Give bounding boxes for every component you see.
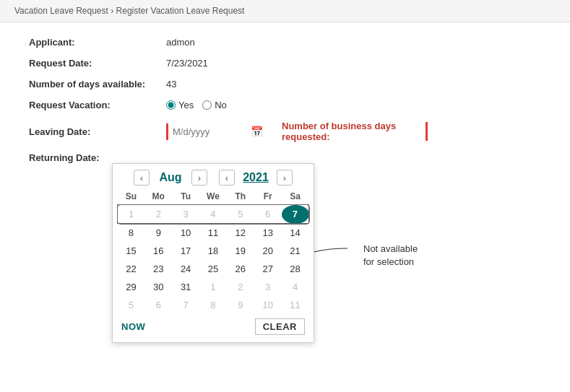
calendar-day: 4 (199, 205, 227, 224)
calendar-week-row: 2930311234 (118, 278, 309, 296)
cal-day-header-fr: Fr (254, 188, 282, 205)
calendar-day: 2 (227, 278, 254, 296)
calendar-day: 6 (254, 205, 282, 224)
calendar-footer: NOW CLEAR (113, 314, 314, 336)
calendar-day[interactable]: 31 (172, 278, 199, 296)
breadcrumb-part2: Register Vacation Leave Request (116, 6, 245, 16)
calendar-day: 5 (118, 296, 145, 314)
now-button[interactable]: NOW (121, 321, 145, 332)
calendar-month[interactable]: Aug (152, 171, 189, 184)
calendar-day[interactable]: 14 (282, 224, 309, 243)
calendar-day[interactable]: 29 (118, 278, 145, 296)
calendar-day[interactable]: 11 (199, 224, 227, 243)
calendar-header-row: SuMoTuWeThFrSa (118, 188, 309, 205)
breadcrumb-part1: Vacation Leave Request (14, 6, 108, 16)
calendar-week-row: 15161718192021 (118, 242, 309, 260)
request-vacation-label: Request Vacation: (29, 100, 166, 110)
calendar-day[interactable]: 13 (254, 224, 282, 243)
calendar-day: 2 (144, 205, 172, 224)
returning-date-label: Returning Date: (29, 152, 166, 163)
calendar-day[interactable]: 12 (227, 224, 254, 243)
annotation-text: Not available for selection (363, 243, 418, 269)
cal-day-header-sa: Sa (282, 188, 309, 205)
calendar-day: 4 (282, 278, 309, 296)
breadcrumb-separator: › (108, 6, 116, 16)
radio-no-text: No (215, 100, 227, 110)
radio-yes-text: Yes (178, 100, 194, 110)
calendar-icon[interactable]: 📅 (251, 126, 263, 137)
calendar-day: 1 (118, 205, 145, 224)
days-available-value: 43 (166, 79, 176, 90)
request-date-value: 7/23/2021 (166, 58, 208, 69)
calendar-week-row: 567891011 (118, 296, 309, 314)
calendar-header: ‹ Aug › ‹ 2021 › (113, 164, 314, 188)
calendar-year[interactable]: 2021 (238, 171, 274, 184)
calendar-day: 5 (227, 205, 254, 224)
calendar-day: 6 (144, 296, 172, 314)
radio-yes-label[interactable]: Yes (166, 100, 194, 110)
prev-year-button[interactable]: ‹ (219, 170, 235, 186)
calendar-day[interactable]: 15 (118, 242, 145, 260)
cal-day-header-we: We (199, 188, 227, 205)
calendar-day[interactable]: 25 (199, 260, 227, 278)
days-available-row: Number of days available: 43 (29, 79, 541, 90)
calendar-day[interactable]: 8 (118, 224, 145, 243)
applicant-row: Applicant: admon (29, 37, 541, 48)
business-days-label: Number of business days requested: (282, 121, 420, 142)
leaving-date-row: Leaving Date: 📅 Number of business days … (29, 121, 541, 142)
calendar-week-row: 22232425262728 (118, 260, 309, 278)
radio-yes[interactable] (166, 100, 176, 110)
calendar-day[interactable]: 21 (282, 242, 309, 260)
calendar-day: 3 (172, 205, 199, 224)
calendar-day[interactable]: 17 (172, 242, 199, 260)
calendar-day[interactable]: 26 (227, 260, 254, 278)
calendar-day[interactable]: 22 (118, 260, 145, 278)
calendar-day: 11 (282, 296, 309, 314)
calendar-day: 9 (227, 296, 254, 314)
calendar-body: 1234567891011121314151617181920212223242… (118, 205, 309, 315)
calendar-day[interactable]: 10 (172, 224, 199, 243)
calendar-week-row: 1234567 (118, 205, 309, 224)
breadcrumb: Vacation Leave Request › Register Vacati… (0, 0, 570, 22)
business-days-input[interactable] (426, 122, 541, 141)
prev-month-button[interactable]: ‹ (134, 170, 150, 186)
leaving-date-label: Leaving Date: (29, 126, 166, 137)
cal-day-header-th: Th (227, 188, 254, 205)
calendar-day[interactable]: 18 (199, 242, 227, 260)
calendar-day[interactable]: 27 (254, 260, 282, 278)
radio-no-label[interactable]: No (202, 100, 227, 110)
cal-day-header-mo: Mo (144, 188, 172, 205)
request-date-row: Request Date: 7/23/2021 (29, 58, 541, 69)
calendar-day: 8 (199, 296, 227, 314)
calendar-day: 1 (199, 278, 227, 296)
radio-no[interactable] (202, 100, 212, 110)
next-month-button[interactable]: › (191, 170, 207, 186)
calendar-day[interactable]: 9 (144, 224, 172, 243)
form-container: Applicant: admon Request Date: 7/23/2021… (0, 22, 570, 188)
leaving-date-input-wrapper: 📅 (166, 123, 267, 140)
calendar-day: 10 (254, 296, 282, 314)
returning-date-row: Returning Date: (29, 152, 541, 163)
next-year-button[interactable]: › (277, 170, 293, 186)
calendar-day[interactable]: 24 (172, 260, 199, 278)
calendar-day[interactable]: 16 (144, 242, 172, 260)
calendar-day: 3 (254, 278, 282, 296)
days-available-label: Number of days available: (29, 79, 166, 90)
applicant-value: admon (166, 37, 195, 48)
request-vacation-radio-group: Yes No (166, 100, 227, 110)
calendar-grid: SuMoTuWeThFrSa 1234567891011121314151617… (117, 188, 309, 314)
calendar-day[interactable]: 23 (144, 260, 172, 278)
request-date-label: Request Date: (29, 58, 166, 69)
calendar-popup: ‹ Aug › ‹ 2021 › SuMoTuWeThFrSa 12345678… (112, 163, 314, 343)
business-days-section: Number of business days requested: (282, 121, 541, 142)
calendar-day[interactable]: 28 (282, 260, 309, 278)
request-vacation-row: Request Vacation: Yes No (29, 100, 541, 110)
calendar-day: 7 (172, 296, 199, 314)
calendar-day[interactable]: 30 (144, 278, 172, 296)
cal-day-header-tu: Tu (172, 188, 199, 205)
calendar-day[interactable]: 19 (227, 242, 254, 260)
calendar-day[interactable]: 7 (282, 205, 309, 224)
calendar-day[interactable]: 20 (254, 242, 282, 260)
calendar-week-row: 891011121314 (118, 224, 309, 243)
clear-button[interactable]: CLEAR (255, 318, 305, 335)
